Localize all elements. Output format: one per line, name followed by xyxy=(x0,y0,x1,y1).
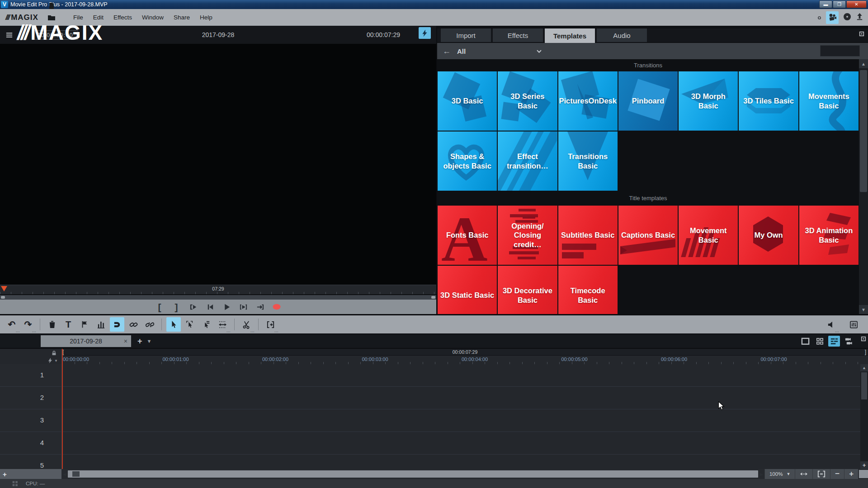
storyboard-mode-button[interactable] xyxy=(814,336,826,347)
menu-file[interactable]: File xyxy=(69,12,87,23)
timeline-vertical-scrollbar[interactable]: ▲ + xyxy=(860,364,868,469)
template-tile-opening-closing-credit[interactable]: Opening/ Closing credit… xyxy=(498,206,557,265)
template-tile-transitions-basic[interactable]: Transitions Basic xyxy=(558,131,618,191)
track-row-2[interactable]: 2 xyxy=(0,387,860,409)
project-tab[interactable]: 2017-09-28 × xyxy=(41,335,131,347)
zoom-out-button[interactable]: − xyxy=(830,469,844,479)
track-header[interactable] xyxy=(0,364,62,386)
burn-disc-button[interactable] xyxy=(843,13,851,23)
lock-icon[interactable] xyxy=(51,350,57,356)
track-rows[interactable]: 12345 xyxy=(0,364,860,469)
tab-list-dropdown-icon[interactable]: ▼ xyxy=(147,338,152,344)
template-tile-3d-static-basic[interactable]: 3D Static Basic xyxy=(438,266,497,314)
timeline-playhead[interactable] xyxy=(62,349,63,469)
track-header[interactable] xyxy=(0,387,62,409)
zoom-fit-width-button[interactable] xyxy=(795,469,812,479)
record-state-button[interactable] xyxy=(817,14,821,22)
open-folder-button[interactable] xyxy=(45,12,58,23)
menu-share[interactable]: Share xyxy=(170,12,194,23)
zoom-fit-range-button[interactable] xyxy=(812,469,830,479)
add-track-button[interactable]: + xyxy=(860,461,868,469)
mouse-mode-all-tracks-button[interactable] xyxy=(199,317,213,332)
template-tile-effect-transition[interactable]: Effect transition… xyxy=(498,131,557,191)
title-bar[interactable]: V Movie Edit Pro Plus - 2017-09-28.MVP ▬… xyxy=(0,0,868,9)
tab-templates[interactable]: Templates xyxy=(545,28,595,43)
scroll-left-icon[interactable]: ◀ xyxy=(61,472,68,477)
template-tile-3d-basic[interactable]: 3D Basic xyxy=(438,71,497,131)
preview-scrub-ruler[interactable]: 07:29 xyxy=(0,285,436,295)
undo-button[interactable]: ↶ xyxy=(5,317,19,332)
group-button[interactable] xyxy=(126,317,141,332)
play-button[interactable] xyxy=(222,301,231,313)
add-tab-button[interactable]: + xyxy=(137,337,142,346)
mouse-mode-single-button[interactable] xyxy=(166,317,181,332)
scroll-up-icon[interactable]: ▲ xyxy=(860,364,868,371)
scrollbar-right-handle[interactable] xyxy=(431,296,435,299)
scene-overview-mode-button[interactable] xyxy=(799,336,811,347)
grid-dots-icon[interactable] xyxy=(12,480,19,487)
track-row-4[interactable]: 4 xyxy=(0,432,860,455)
scroll-up-icon[interactable]: ▲ xyxy=(859,59,868,68)
close-button[interactable]: ✕ xyxy=(846,0,867,8)
redo-button[interactable]: ↷ xyxy=(21,317,35,332)
insert-mode-button[interactable] xyxy=(263,317,278,332)
scroll-down-icon[interactable]: ▼ xyxy=(859,305,868,314)
preview-scrollbar[interactable] xyxy=(0,295,436,300)
close-tab-icon[interactable]: × xyxy=(124,338,127,345)
title-editor-button[interactable]: T xyxy=(61,317,75,332)
mouse-mode-stretch-button[interactable] xyxy=(215,317,230,332)
mouse-mode-object-button[interactable] xyxy=(183,317,197,332)
track-row-1[interactable]: 1 xyxy=(0,364,860,387)
audio-output-button[interactable] xyxy=(824,317,838,332)
automation-icon[interactable]: ▼ xyxy=(47,357,58,364)
set-marker-button[interactable] xyxy=(77,317,92,332)
template-tile-timecode-basic[interactable]: Timecode Basic xyxy=(558,266,618,314)
jump-to-start-button[interactable] xyxy=(188,301,198,313)
track-header[interactable] xyxy=(0,409,62,432)
timeline-undock-icon[interactable] xyxy=(861,336,866,342)
mixer-button[interactable] xyxy=(846,317,861,332)
template-tile-captions-basic[interactable]: Captions Basic xyxy=(618,206,678,265)
menu-help[interactable]: Help xyxy=(196,12,217,23)
scrollbar-left-handle[interactable] xyxy=(1,296,5,299)
video-camera-button[interactable] xyxy=(826,11,839,24)
horizontal-scrollbar[interactable] xyxy=(68,470,758,478)
template-tile-subtitles-basic[interactable]: Subtitles Basic xyxy=(558,206,618,265)
template-tile-shapes-objects-basic[interactable]: Shapes & objects Basic xyxy=(438,131,497,191)
template-tile-my-own[interactable]: My Own xyxy=(739,206,798,265)
new-track-button[interactable]: + xyxy=(0,469,61,479)
zoom-in-button[interactable]: + xyxy=(844,469,858,479)
tab-import[interactable]: Import xyxy=(441,28,491,42)
scrollbar-thumb[interactable] xyxy=(861,372,867,399)
delete-button[interactable] xyxy=(45,317,59,332)
previous-frame-button[interactable] xyxy=(205,301,215,313)
template-tile-3d-decorative-basic[interactable]: 3D Decorative Basic xyxy=(498,266,557,314)
split-button[interactable] xyxy=(239,317,254,332)
zoom-level-select[interactable]: 100% ▼ xyxy=(764,469,795,479)
scroll-right-icon[interactable]: ▶ xyxy=(758,472,764,477)
minimize-button[interactable]: ▬ xyxy=(819,0,832,8)
back-arrow-icon[interactable]: ← xyxy=(443,47,451,55)
template-tile-movement-basic[interactable]: Movement Basic xyxy=(679,206,738,265)
export-upload-button[interactable] xyxy=(856,13,863,22)
menu-edit[interactable]: Edit xyxy=(89,12,108,23)
track-header[interactable] xyxy=(0,432,62,454)
search-input[interactable] xyxy=(820,45,860,56)
menu-effects[interactable]: Effects xyxy=(109,12,136,23)
timeline-ruler[interactable]: 00:00:00:0000:00:01:0000:00:02:0000:00:0… xyxy=(62,356,868,364)
record-button[interactable] xyxy=(272,301,282,313)
range-start-button[interactable]: [ xyxy=(155,301,165,313)
timeline-mode-button[interactable] xyxy=(828,336,840,347)
template-tile-3d-animation-basic[interactable]: 3D Animation Basic xyxy=(799,206,859,265)
template-tile-3d-morph-basic[interactable]: 3D Morph Basic xyxy=(679,71,738,131)
new-document-button[interactable] xyxy=(45,0,58,12)
maximize-button[interactable]: ❐ xyxy=(833,0,846,8)
range-end-button[interactable]: ] xyxy=(171,301,181,313)
filter-category-label[interactable]: All xyxy=(457,47,466,55)
audio-levels-button[interactable] xyxy=(94,317,108,332)
template-tile-picturesondesk[interactable]: PicturesOnDesk xyxy=(558,71,618,131)
template-tile-3d-tiles-basic[interactable]: 3D Tiles Basic xyxy=(739,71,798,131)
tab-effects[interactable]: Effects xyxy=(493,28,543,42)
snap-button[interactable] xyxy=(110,317,124,332)
play-range-button[interactable] xyxy=(238,301,248,313)
